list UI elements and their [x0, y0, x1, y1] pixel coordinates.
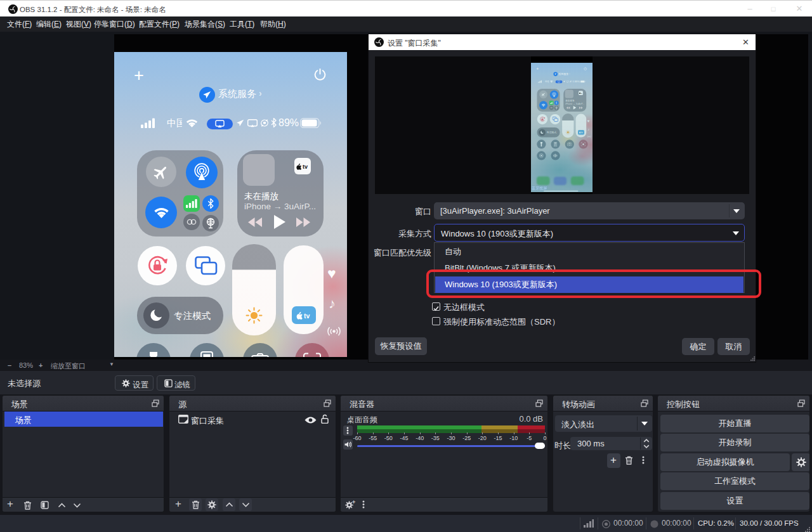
svg-text:tv: tv [303, 164, 308, 170]
svg-text:tv: tv [304, 312, 310, 320]
